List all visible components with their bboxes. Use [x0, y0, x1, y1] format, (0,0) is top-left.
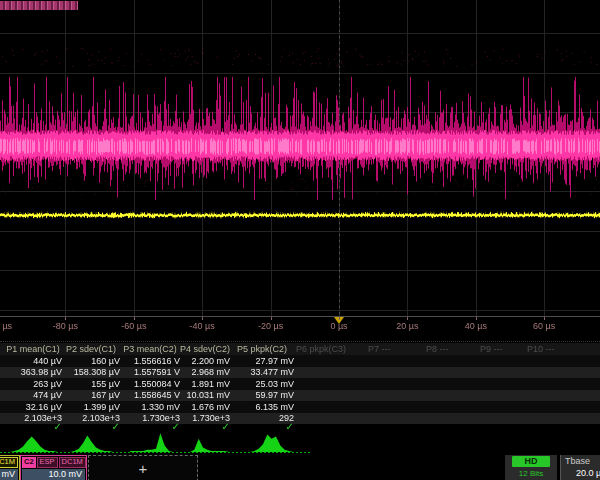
channel-c1-descriptor[interactable]: DC1M 10.0 mV	[0, 455, 20, 480]
channel-c2-descriptor[interactable]: C2 ESP DC1M 10.0 mV	[20, 455, 87, 480]
param-header-inactive[interactable]: P7 ---	[368, 344, 428, 354]
c1-vdiv-value: 10.0 mV	[0, 469, 18, 480]
measure-value: 2.968 mV	[180, 367, 230, 377]
c1-coupling-badge: DC1M	[0, 457, 18, 468]
measure-value: 155 µV	[62, 379, 120, 389]
status-check-icon: ✓	[62, 421, 120, 432]
measure-value: 1.558645 V	[120, 390, 180, 400]
measure-value: 33.477 mV	[230, 367, 294, 377]
c2-coupling-badge: DC1M	[59, 457, 86, 468]
timebase-label: Tbase	[561, 455, 600, 466]
measure-value: 1.676 mV	[180, 402, 230, 412]
measure-table-row: 32.16 µV1.399 µV1.330 mV1.676 mV6.135 mV	[0, 401, 600, 413]
plus-icon: +	[139, 460, 148, 477]
table-separator	[0, 341, 600, 342]
measure-value: 474 µV	[4, 390, 62, 400]
measure-table-row: 440 µV160 µV1.556616 V2.200 mV27.97 mV	[0, 355, 600, 367]
param-header-inactive[interactable]: P8 ---	[426, 344, 486, 354]
time-axis: -100 µs-80 µs-60 µs-40 µs-20 µs0 µs20 µs…	[0, 316, 600, 343]
param-header[interactable]: P5 pkpk(C2)	[230, 344, 294, 354]
axis-tick-label: 40 µs	[442, 321, 510, 331]
measure-value: 160 µV	[62, 356, 120, 366]
measure-value: 158.308 µV	[62, 367, 120, 377]
param-header-inactive[interactable]: P10 ---	[527, 344, 587, 354]
axis-tick-label: 20 µs	[373, 321, 441, 331]
measure-table-row: 363.98 µV158.308 µV1.557591 V2.968 mV33.…	[0, 367, 600, 379]
measure-table-row: 263 µV155 µV1.550084 V1.891 mV25.03 mV	[0, 378, 600, 390]
measure-value: 1.557591 V	[120, 367, 180, 377]
timebase-descriptor[interactable]: Tbase 20.0 µs/div	[560, 455, 600, 480]
hd-badge: HD	[512, 456, 550, 467]
unreadable-trace-label	[0, 1, 78, 10]
measure-value: 59.97 mV	[230, 390, 294, 400]
param-header[interactable]: P4 sdev(C2)	[180, 344, 230, 354]
histicons-canvas[interactable]	[0, 430, 600, 456]
axis-tick-label: -60 µs	[100, 321, 168, 331]
measure-value: 27.97 mV	[230, 356, 294, 366]
param-header[interactable]: P1 mean(C1)	[4, 344, 62, 354]
param-header[interactable]: P2 sdev(C1)	[62, 344, 120, 354]
axis-tick	[476, 317, 477, 320]
measure-value: 1.556616 V	[120, 356, 180, 366]
param-header-inactive[interactable]: P6 pkpk(C3)	[296, 344, 356, 354]
measure-value: 6.135 mV	[230, 402, 294, 412]
axis-tick-label: 0 µs	[305, 321, 373, 331]
hd-bits-label: 12 Bits	[505, 469, 557, 478]
measure-value: 10.031 mV	[180, 390, 230, 400]
axis-tick	[339, 317, 340, 320]
status-check-icon: ✓	[4, 421, 62, 432]
param-header[interactable]: P3 mean(C2)	[120, 344, 180, 354]
axis-tick	[407, 317, 408, 320]
oscilloscope-screen: -100 µs-80 µs-60 µs-40 µs-20 µs0 µs20 µs…	[0, 0, 600, 480]
measure-table-row: 474 µV167 µV1.558645 V10.031 mV59.97 mV	[0, 390, 600, 402]
status-check-icon: ✓	[180, 421, 230, 432]
c2-channel-badge: C2	[22, 457, 36, 468]
axis-tick-label: -80 µs	[31, 321, 99, 331]
measure-value: 1.891 mV	[180, 379, 230, 389]
axis-tick-label: -100 µs	[0, 321, 31, 331]
axis-tick-label: -20 µs	[237, 321, 305, 331]
measure-value: 440 µV	[4, 356, 62, 366]
measure-value: 1.399 µV	[62, 402, 120, 412]
axis-tick-label: 60 µs	[510, 321, 578, 331]
measure-value: 32.16 µV	[4, 402, 62, 412]
axis-tick	[134, 317, 135, 320]
waveform-grid-canvas[interactable]	[0, 0, 600, 317]
hd-mode-panel[interactable]: HD 12 Bits	[505, 455, 557, 480]
axis-tick	[202, 317, 203, 320]
c2-esp-badge: ESP	[37, 457, 58, 468]
measure-value: 1.330 mV	[120, 402, 180, 412]
measure-value: 2.200 mV	[180, 356, 230, 366]
measure-value: 263 µV	[4, 379, 62, 389]
measure-value: 167 µV	[62, 390, 120, 400]
status-check-icon: ✓	[230, 421, 294, 432]
axis-tick	[271, 317, 272, 320]
add-trace-button[interactable]: +	[88, 455, 198, 480]
c2-vdiv-value: 10.0 mV	[22, 469, 85, 480]
axis-tick	[544, 317, 545, 320]
measure-value: 25.03 mV	[230, 379, 294, 389]
axis-tick	[65, 317, 66, 320]
measure-value: 1.550084 V	[120, 379, 180, 389]
measure-value: 363.98 µV	[4, 367, 62, 377]
measure-table-header-row: P1 mean(C1)P2 sdev(C1)P3 mean(C2)P4 sdev…	[0, 343, 600, 355]
status-check-icon: ✓	[120, 421, 180, 432]
timebase-value: 20.0 µs/div	[561, 466, 600, 478]
axis-tick-label: -40 µs	[168, 321, 236, 331]
